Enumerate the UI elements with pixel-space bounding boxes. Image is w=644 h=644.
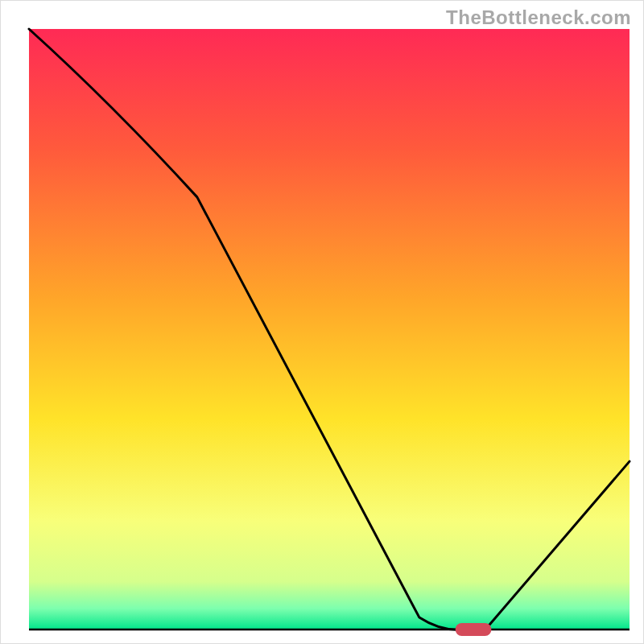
optimal-marker [456,623,492,636]
plot-background [29,29,630,630]
watermark-text: TheBottleneck.com [446,6,631,29]
chart-stage: TheBottleneck.com [0,0,644,644]
chart-svg [0,0,644,644]
